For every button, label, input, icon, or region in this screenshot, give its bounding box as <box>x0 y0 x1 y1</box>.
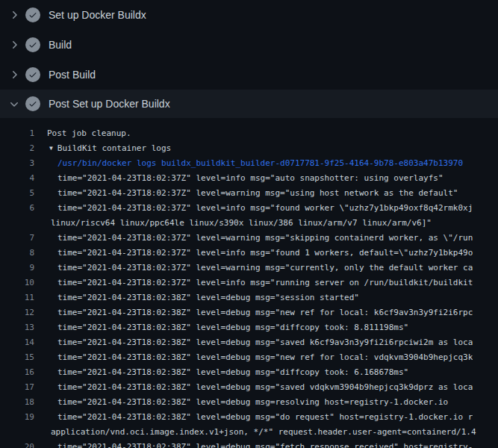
log-viewer: 1Post job cleanup.2▼BuildKit container l… <box>0 118 498 448</box>
log-line-number[interactable]: 3 <box>0 156 34 171</box>
chevron-right-icon <box>8 69 20 81</box>
log-line: 13time="2021-04-23T18:02:38Z" level=debu… <box>0 320 498 335</box>
log-line: 10time="2021-04-23T18:02:37Z" level=info… <box>0 276 498 290</box>
log-line-text: time="2021-04-23T18:02:38Z" level=debug … <box>34 365 408 380</box>
log-line-number[interactable]: 4 <box>0 171 34 186</box>
step-row-build[interactable]: Build <box>0 30 498 60</box>
log-line-text: time="2021-04-23T18:02:38Z" level=debug … <box>34 290 359 305</box>
log-line-continuation: application/vnd.oci.image.index.v1+json,… <box>0 425 498 440</box>
step-label: Set up Docker Buildx <box>49 9 146 21</box>
log-line-text: linux/riscv64 linux/ppc64le linux/s390x … <box>34 216 432 231</box>
log-line-continuation: linux/riscv64 linux/ppc64le linux/s390x … <box>0 216 498 231</box>
log-line-text: time="2021-04-23T18:02:38Z" level=debug … <box>34 440 473 448</box>
log-line-number[interactable]: 15 <box>0 350 34 365</box>
log-line-text: time="2021-04-23T18:02:37Z" level=warnin… <box>34 261 473 276</box>
check-circle-icon <box>25 37 40 52</box>
log-line: 11time="2021-04-23T18:02:38Z" level=debu… <box>0 290 498 305</box>
log-line-number[interactable]: 12 <box>0 305 34 320</box>
log-line-number[interactable]: 14 <box>0 335 34 350</box>
log-line-text: time="2021-04-23T18:02:38Z" level=debug … <box>34 380 473 395</box>
log-line-number[interactable]: 8 <box>0 246 34 261</box>
log-line-text: time="2021-04-23T18:02:37Z" level=info m… <box>34 171 443 186</box>
log-line: 7time="2021-04-23T18:02:37Z" level=warni… <box>0 231 498 246</box>
log-line-number[interactable]: 13 <box>0 320 34 335</box>
log-line: 18time="2021-04-23T18:02:38Z" level=debu… <box>0 395 498 410</box>
log-line-number[interactable]: 11 <box>0 290 34 305</box>
log-line-number[interactable]: 16 <box>0 365 34 380</box>
check-circle-icon <box>25 67 40 82</box>
log-command-text: /usr/bin/docker logs buildx_buildkit_bui… <box>34 156 463 171</box>
check-circle-icon <box>25 96 40 111</box>
log-line-number[interactable]: 17 <box>0 380 34 395</box>
log-line-number[interactable]: 5 <box>0 186 34 201</box>
log-line-text: time="2021-04-23T18:02:38Z" level=debug … <box>34 350 473 365</box>
log-line-number[interactable]: 2 <box>0 141 34 156</box>
log-line: 20time="2021-04-23T18:02:38Z" level=debu… <box>0 440 498 448</box>
log-line-text: time="2021-04-23T18:02:37Z" level=info m… <box>34 276 473 290</box>
log-line-number[interactable]: 7 <box>0 231 34 246</box>
log-line-text: time="2021-04-23T18:02:37Z" level=info m… <box>34 201 473 216</box>
log-line-number <box>0 425 34 440</box>
log-line-number[interactable]: 19 <box>0 410 34 425</box>
chevron-right-icon <box>8 39 20 51</box>
log-line-text: Post job cleanup. <box>34 126 131 141</box>
step-row-set-up-docker-buildx[interactable]: Set up Docker Buildx <box>0 0 498 30</box>
log-line-text: time="2021-04-23T18:02:38Z" level=debug … <box>34 335 473 350</box>
log-line-number[interactable]: 10 <box>0 276 34 290</box>
steps-list: Set up Docker Buildx Build Post Build Po… <box>0 0 498 118</box>
log-line: 14time="2021-04-23T18:02:38Z" level=debu… <box>0 335 498 350</box>
log-line: 1Post job cleanup. <box>0 126 498 141</box>
step-label: Build <box>49 39 72 51</box>
log-line-text: application/vnd.oci.image.index.v1+json,… <box>34 425 476 440</box>
log-line-text: time="2021-04-23T18:02:37Z" level=warnin… <box>34 231 473 246</box>
log-group-title[interactable]: BuildKit container logs <box>57 143 171 153</box>
log-line: 5time="2021-04-23T18:02:37Z" level=warni… <box>0 186 498 201</box>
log-line: 3/usr/bin/docker logs buildx_buildkit_bu… <box>0 156 498 171</box>
log-line-text: time="2021-04-23T18:02:37Z" level=info m… <box>34 246 473 261</box>
log-line: 2▼BuildKit container logs <box>0 141 498 156</box>
log-line-text: time="2021-04-23T18:02:38Z" level=debug … <box>34 410 473 425</box>
log-line-number[interactable]: 6 <box>0 201 34 216</box>
log-line-number <box>0 216 34 231</box>
log-line: 9time="2021-04-23T18:02:37Z" level=warni… <box>0 261 498 276</box>
log-line: 4time="2021-04-23T18:02:37Z" level=info … <box>0 171 498 186</box>
log-line: 15time="2021-04-23T18:02:38Z" level=debu… <box>0 350 498 365</box>
triangle-down-icon[interactable]: ▼ <box>49 141 53 156</box>
log-line-number[interactable]: 20 <box>0 440 34 448</box>
log-line-text: time="2021-04-23T18:02:38Z" level=debug … <box>34 320 408 335</box>
log-line-number[interactable]: 9 <box>0 261 34 276</box>
log-line: 16time="2021-04-23T18:02:38Z" level=debu… <box>0 365 498 380</box>
step-row-post-build[interactable]: Post Build <box>0 60 498 90</box>
log-line-text: time="2021-04-23T18:02:38Z" level=debug … <box>34 305 473 320</box>
check-circle-icon <box>25 7 40 22</box>
log-line-number[interactable]: 18 <box>0 395 34 410</box>
log-line-text: time="2021-04-23T18:02:38Z" level=debug … <box>34 395 448 410</box>
log-line-number[interactable]: 1 <box>0 126 34 141</box>
log-line: 12time="2021-04-23T18:02:38Z" level=debu… <box>0 305 498 320</box>
log-line: 8time="2021-04-23T18:02:37Z" level=info … <box>0 246 498 261</box>
log-line-text: time="2021-04-23T18:02:37Z" level=warnin… <box>34 186 458 201</box>
log-line-text: ▼BuildKit container logs <box>34 141 171 156</box>
step-label: Post Build <box>49 69 96 81</box>
log-line: 6time="2021-04-23T18:02:37Z" level=info … <box>0 201 498 216</box>
chevron-down-icon <box>8 98 20 110</box>
log-line: 17time="2021-04-23T18:02:38Z" level=debu… <box>0 380 498 395</box>
step-row-post-set-up-docker-buildx[interactable]: Post Set up Docker Buildx <box>0 90 498 118</box>
chevron-right-icon <box>8 9 20 21</box>
step-label: Post Set up Docker Buildx <box>49 98 170 110</box>
log-line: 19time="2021-04-23T18:02:38Z" level=debu… <box>0 410 498 425</box>
